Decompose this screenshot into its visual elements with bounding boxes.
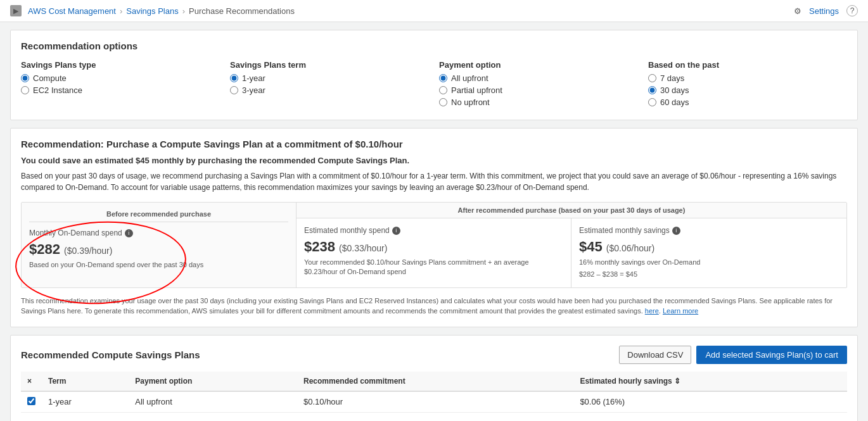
radio-ec2[interactable]: EC2 Instance <box>21 85 220 95</box>
recommendation-options-card: Recommendation options Savings Plans typ… <box>10 30 858 120</box>
table-header-row: × Term Payment option Recommended commit… <box>21 372 847 391</box>
before-header: Before recommended purchase <box>29 210 288 222</box>
radio-3year-input[interactable] <box>230 86 238 94</box>
radio-compute-input[interactable] <box>21 74 29 82</box>
radio-no-upfront-input[interactable] <box>439 98 447 106</box>
breadcrumb-sep1: › <box>120 6 122 16</box>
table-row: 1-year All upfront $0.10/hour $0.06 (16%… <box>21 391 847 413</box>
breadcrumb-current: Purchase Recommendations <box>189 6 295 16</box>
before-section: Before recommended purchase Monthly On-D… <box>22 203 297 287</box>
payment-option-label: Payment option <box>439 60 638 70</box>
after-spend-value: $238 ($0.33/hour) <box>304 239 563 255</box>
recommendation-options-title: Recommendation options <box>21 41 847 51</box>
payment-option-group: Payment option All upfront Partial upfro… <box>439 60 638 110</box>
based-on-past-label: Based on the past <box>648 60 847 70</box>
before-info-icon[interactable]: i <box>125 229 133 237</box>
breadcrumb-cost-management[interactable]: AWS Cost Management <box>28 6 116 16</box>
after-spend-label: Estimated monthly spend i <box>304 226 563 235</box>
radio-60days[interactable]: 60 days <box>648 97 847 107</box>
savings-plans-table: × Term Payment option Recommended commit… <box>21 372 847 413</box>
after-savings-desc1: 16% monthly savings over On-Demand <box>579 258 839 267</box>
row-commitment: $0.10/hour <box>297 391 573 413</box>
rec-desc: Based on your past 30 days of usage, we … <box>21 170 847 193</box>
radio-no-upfront-label: No upfront <box>451 97 490 107</box>
radio-ec2-input[interactable] <box>21 86 29 94</box>
spend-info-icon[interactable]: i <box>392 227 400 235</box>
before-desc: Based on your On-Demand spend over the p… <box>29 260 288 270</box>
after-savings-col: Estimated monthly savings i $45 ($0.06/h… <box>571 218 846 287</box>
radio-60days-label: 60 days <box>660 97 689 107</box>
radio-7days-input[interactable] <box>648 74 656 82</box>
savings-info-icon[interactable]: i <box>672 227 680 235</box>
before-value: $282 ($0.39/hour) <box>29 241 288 258</box>
row-savings: $0.06 (16%) <box>573 391 847 413</box>
radio-compute-label: Compute <box>33 73 67 83</box>
rec-title: Recommendation: Purchase a Compute Savin… <box>21 139 847 149</box>
radio-7days-label: 7 days <box>660 73 684 83</box>
radio-1year-label: 1-year <box>242 73 265 83</box>
breadcrumb-savings-plans[interactable]: Savings Plans <box>126 6 178 16</box>
comparison-grid: Before recommended purchase Monthly On-D… <box>21 202 847 288</box>
add-to-cart-button[interactable]: Add selected Savings Plan(s) to cart <box>696 346 847 364</box>
savings-plans-term-label: Savings Plans term <box>230 60 429 70</box>
col-savings: Estimated hourly savings ⇕ <box>573 372 847 391</box>
col-x: × <box>21 372 42 391</box>
after-savings-label: Estimated monthly savings i <box>579 226 839 235</box>
radio-all-upfront-label: All upfront <box>451 73 488 83</box>
settings-icon: ⚙ <box>794 6 801 16</box>
after-section: After recommended purchase (based on you… <box>297 203 846 287</box>
col-payment: Payment option <box>129 372 297 391</box>
table-card: Recommended Compute Savings Plans Downlo… <box>10 335 858 421</box>
radio-compute[interactable]: Compute <box>21 73 220 83</box>
row-checkbox-cell[interactable] <box>21 391 42 413</box>
table-btn-group: Download CSV Add selected Savings Plan(s… <box>619 346 847 364</box>
radio-partial-upfront-input[interactable] <box>439 86 447 94</box>
radio-30days-input[interactable] <box>648 86 656 94</box>
savings-plans-type-label: Savings Plans type <box>21 60 220 70</box>
radio-all-upfront-input[interactable] <box>439 74 447 82</box>
after-savings-value: $45 ($0.06/hour) <box>579 239 839 255</box>
radio-30days-label: 30 days <box>660 85 689 95</box>
radio-3year[interactable]: 3-year <box>230 85 429 95</box>
radio-1year-input[interactable] <box>230 74 238 82</box>
settings-link[interactable]: Settings <box>809 6 839 16</box>
radio-7days[interactable]: 7 days <box>648 73 847 83</box>
after-spend-desc: Your recommended $0.10/hour Savings Plan… <box>304 258 563 277</box>
table-body: 1-year All upfront $0.10/hour $0.06 (16%… <box>21 391 847 413</box>
after-spend-sub: ($0.33/hour) <box>339 243 387 253</box>
col-term: Term <box>42 372 129 391</box>
learn-more-link[interactable]: Learn more <box>663 307 698 315</box>
row-checkbox[interactable] <box>27 397 35 405</box>
radio-3year-label: 3-year <box>242 85 265 95</box>
savings-plans-term-group: Savings Plans term 1-year 3-year <box>230 60 429 110</box>
after-header: After recommended purchase (based on you… <box>297 203 846 218</box>
breadcrumb: ▶ AWS Cost Management › Savings Plans › … <box>0 0 868 22</box>
based-on-past-group: Based on the past 7 days 30 days 60 days <box>648 60 847 110</box>
after-savings-sub: ($0.06/hour) <box>606 243 654 253</box>
row-payment-option: All upfront <box>129 391 297 413</box>
table-header: Recommended Compute Savings Plans Downlo… <box>21 346 847 364</box>
radio-partial-upfront-label: Partial upfront <box>451 85 502 95</box>
radio-all-upfront[interactable]: All upfront <box>439 73 638 83</box>
footnote: This recommendation examines your usage … <box>21 296 847 317</box>
options-grid: Savings Plans type Compute EC2 Instance … <box>21 60 847 110</box>
radio-1year[interactable]: 1-year <box>230 73 429 83</box>
rec-highlight: You could save an estimated $45 monthly … <box>21 156 847 165</box>
download-csv-button[interactable]: Download CSV <box>619 346 691 364</box>
radio-ec2-label: EC2 Instance <box>33 85 82 95</box>
radio-partial-upfront[interactable]: Partial upfront <box>439 85 638 95</box>
breadcrumb-sep2: › <box>182 6 185 16</box>
help-link[interactable]: ? <box>846 5 858 16</box>
before-sub-value: ($0.39/hour) <box>64 246 112 256</box>
table-head: × Term Payment option Recommended commit… <box>21 372 847 391</box>
radio-no-upfront[interactable]: No upfront <box>439 97 638 107</box>
before-metric-label: Monthly On-Demand spend i <box>29 229 288 237</box>
after-spend-col: Estimated monthly spend i $238 ($0.33/ho… <box>297 218 571 287</box>
col-commitment: Recommended commitment <box>297 372 573 391</box>
sidebar-toggle[interactable]: ▶ <box>10 5 22 16</box>
radio-60days-input[interactable] <box>648 98 656 106</box>
savings-plans-type-group: Savings Plans type Compute EC2 Instance <box>21 60 220 110</box>
radio-30days[interactable]: 30 days <box>648 85 847 95</box>
table-title: Recommended Compute Savings Plans <box>21 349 200 360</box>
here-link[interactable]: here <box>645 307 659 315</box>
